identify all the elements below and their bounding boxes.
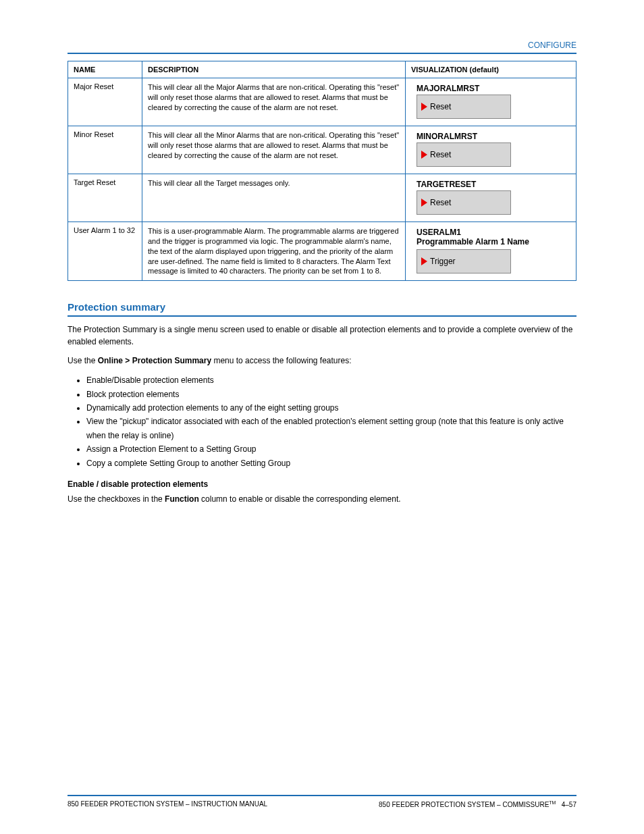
row-desc: This will clear all the Minor Alarms tha… <box>142 126 406 174</box>
vis-button-label: Reset <box>430 198 451 207</box>
row-desc: This will clear all the Major Alarms tha… <box>142 78 406 126</box>
table-row: User Alarm 1 to 32This is a user-program… <box>68 222 576 281</box>
play-icon <box>421 103 427 111</box>
alarms-table: NAME DESCRIPTION VISUALIZATION (default)… <box>68 61 576 281</box>
footer-left: 850 FEEDER PROTECTION SYSTEM – INSTRUCTI… <box>68 800 267 808</box>
vis-subtitle: Programmable Alarm 1 Name <box>417 237 570 246</box>
vis-title: MAJORALMRST <box>417 84 570 93</box>
row-name: Major Reset <box>68 78 142 126</box>
col-vis: VISUALIZATION (default) <box>406 61 576 78</box>
subsection-p: Use the checkboxes in the Function colum… <box>68 493 576 505</box>
row-vis: USERALM1Programmable Alarm 1 NameTrigger <box>406 222 576 281</box>
play-icon <box>421 151 427 159</box>
list-item: Dynamically add protection elements to a… <box>86 401 576 415</box>
sub-a: Use the checkboxes in the <box>68 494 165 504</box>
row-vis: TARGETRESETReset <box>406 174 576 222</box>
row-desc: This will clear all the Target messages … <box>142 174 406 222</box>
p2-menu: Online > Protection Summary <box>98 356 211 365</box>
vis-button-label: Reset <box>430 102 451 111</box>
p2-c: menu to access the following features: <box>211 356 351 365</box>
page-header: CONFIGURE <box>68 41 576 54</box>
section-title: Protection summary <box>68 301 576 317</box>
tm-mark: TM <box>549 800 556 805</box>
section-p2: Use the Online > Protection Summary menu… <box>68 355 576 367</box>
table-row: Target ResetThis will clear all the Targ… <box>68 174 576 222</box>
feature-list: Enable/Disable protection elementsBlock … <box>68 373 576 470</box>
sub-b: Function <box>165 494 199 504</box>
reset-button[interactable]: Reset <box>417 95 511 119</box>
list-item: Block protection elements <box>86 388 576 401</box>
footer-right-a: 850 FEEDER PROTECTION SYSTEM – COMMISSUR… <box>379 801 549 808</box>
vis-title: TARGETRESET <box>417 180 570 189</box>
vis-title: USERALM1 <box>417 228 570 237</box>
vis-title: MINORALMRST <box>417 132 570 141</box>
row-vis: MINORALMRSTReset <box>406 126 576 174</box>
table-row: Minor ResetThis will clear all the Minor… <box>68 126 576 174</box>
list-item: View the "pickup" indicator associated w… <box>86 415 576 442</box>
page-footer: 850 FEEDER PROTECTION SYSTEM – INSTRUCTI… <box>68 795 576 808</box>
p2-a: Use the <box>68 356 98 365</box>
row-desc: This is a user-programmable Alarm. The p… <box>142 222 406 281</box>
list-item: Enable/Disable protection elements <box>86 373 576 387</box>
subsection-title: Enable / disable protection elements <box>68 479 576 489</box>
row-name: Target Reset <box>68 174 142 222</box>
reset-button[interactable]: Reset <box>417 142 511 167</box>
list-item: Copy a complete Setting Group to another… <box>86 457 576 470</box>
col-name: NAME <box>68 61 142 78</box>
vis-button-label: Trigger <box>430 257 456 266</box>
sub-c: column to enable or disable the correspo… <box>199 494 401 504</box>
table-row: Major ResetThis will clear all the Major… <box>68 78 576 126</box>
section-p1: The Protection Summary is a single menu … <box>68 323 576 348</box>
row-vis: MAJORALMRSTReset <box>406 78 576 126</box>
list-item: Assign a Protection Element to a Setting… <box>86 442 576 456</box>
col-desc: DESCRIPTION <box>142 61 406 78</box>
row-name: Minor Reset <box>68 126 142 174</box>
play-icon <box>421 199 427 207</box>
header-right: CONFIGURE <box>528 41 576 50</box>
row-name: User Alarm 1 to 32 <box>68 222 142 281</box>
reset-button[interactable]: Reset <box>417 190 511 215</box>
vis-button-label: Reset <box>430 150 451 159</box>
play-icon <box>421 257 427 265</box>
trigger-button[interactable]: Trigger <box>417 249 511 273</box>
table-header-row: NAME DESCRIPTION VISUALIZATION (default) <box>68 61 576 78</box>
footer-page: 4–57 <box>562 801 576 808</box>
